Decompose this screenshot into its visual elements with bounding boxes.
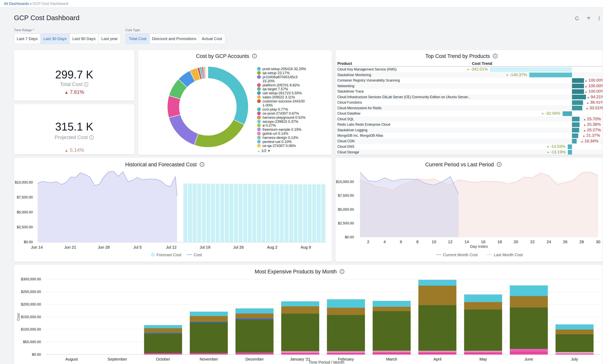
- svg-text:$50,000.00: $50,000.00: [23, 340, 41, 344]
- svg-text:Aug 9: Aug 9: [301, 245, 311, 249]
- svg-text:Jun 21: Jun 21: [64, 245, 76, 249]
- svg-text:12: 12: [448, 240, 452, 244]
- svg-text:$2,500.00: $2,500.00: [17, 225, 33, 229]
- svg-text:Forecast Cost: Forecast Cost: [156, 253, 181, 257]
- svg-text:$5,000.00: $5,000.00: [17, 210, 33, 214]
- svg-text:$250,000.00: $250,000.00: [21, 290, 41, 294]
- svg-text:$300,000.00: $300,000.00: [21, 277, 41, 281]
- svg-text:$7,500.00: $7,500.00: [17, 195, 33, 199]
- svg-text:July: July: [571, 357, 578, 361]
- svg-text:Aug 2: Aug 2: [267, 245, 278, 249]
- svg-text:6: 6: [400, 240, 402, 244]
- svg-text:August: August: [65, 357, 78, 361]
- svg-text:4: 4: [383, 240, 386, 244]
- svg-text:16: 16: [481, 240, 486, 244]
- svg-text:Jul 12: Jul 12: [166, 245, 177, 249]
- svg-text:$150,000.00: $150,000.00: [21, 315, 41, 319]
- svg-text:Jul 26: Jul 26: [233, 245, 244, 249]
- svg-text:22: 22: [530, 240, 535, 244]
- svg-text:Jun 14: Jun 14: [31, 245, 43, 249]
- svg-text:Cost: Cost: [194, 253, 202, 257]
- svg-text:10: 10: [432, 240, 436, 244]
- svg-text:18: 18: [498, 240, 502, 244]
- svg-text:$2,500.00: $2,500.00: [338, 221, 354, 225]
- svg-text:8: 8: [416, 240, 418, 244]
- svg-text:Cost: Cost: [16, 313, 20, 321]
- svg-text:14: 14: [464, 240, 469, 244]
- svg-text:Time Period / Month: Time Period / Month: [309, 360, 344, 364]
- svg-text:2: 2: [367, 240, 369, 244]
- svg-text:May: May: [479, 357, 487, 361]
- svg-text:October: October: [156, 357, 170, 361]
- svg-text:January '21: January '21: [290, 357, 310, 361]
- svg-text:$7,500.00: $7,500.00: [338, 193, 354, 198]
- svg-text:24: 24: [547, 240, 551, 244]
- svg-text:$200,000.00: $200,000.00: [21, 302, 41, 306]
- svg-text:Jun 28: Jun 28: [98, 245, 110, 249]
- svg-text:$0.00: $0.00: [32, 352, 41, 356]
- svg-text:28: 28: [580, 240, 584, 244]
- svg-text:$100,000.00: $100,000.00: [21, 327, 41, 331]
- svg-text:20: 20: [514, 240, 518, 244]
- svg-text:March: March: [386, 357, 397, 361]
- svg-text:30: 30: [596, 240, 601, 244]
- svg-text:December: December: [245, 357, 264, 361]
- svg-text:Last Month Cost: Last Month Cost: [494, 253, 523, 257]
- svg-text:$0.00: $0.00: [345, 235, 354, 239]
- svg-text:$10,000.00: $10,000.00: [15, 180, 33, 184]
- svg-text:$10,000.00: $10,000.00: [336, 180, 354, 184]
- svg-text:Day Index: Day Index: [470, 244, 488, 249]
- svg-text:26: 26: [563, 240, 568, 244]
- svg-text:Jul 19: Jul 19: [200, 245, 210, 249]
- svg-text:Current Month Cost: Current Month Cost: [443, 253, 478, 257]
- svg-text:November: November: [200, 357, 218, 361]
- svg-text:September: September: [108, 357, 127, 361]
- svg-text:April: April: [433, 357, 441, 361]
- svg-text:$5,000.00: $5,000.00: [338, 207, 354, 211]
- svg-text:Jul 5: Jul 5: [133, 245, 141, 249]
- svg-text:$0.00: $0.00: [24, 240, 33, 244]
- svg-text:June: June: [524, 357, 533, 361]
